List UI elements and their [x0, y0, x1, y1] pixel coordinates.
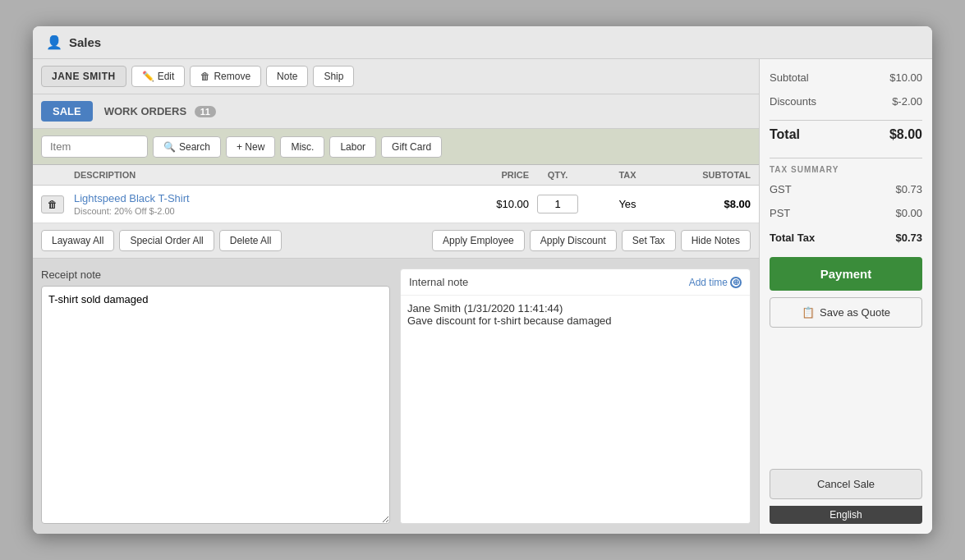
gst-row: GST $0.73: [770, 181, 922, 198]
item-name-link[interactable]: Lightspeed Black T-Shirt: [74, 192, 190, 204]
internal-note-header: Internal note Add time ⊕: [401, 269, 750, 296]
title-bar: 👤 Sales: [33, 26, 932, 59]
labor-button[interactable]: Labor: [329, 136, 376, 158]
gst-label: GST: [770, 183, 792, 195]
apply-discount-button[interactable]: Apply Discount: [530, 230, 617, 251]
total-tax-value: $0.73: [895, 232, 922, 244]
pencil-icon: ✏️: [142, 71, 154, 82]
save-as-quote-button[interactable]: 📋 Save as Quote: [770, 297, 922, 328]
col-action: [41, 170, 74, 180]
tabs-bar: SALE WORK ORDERS 11: [33, 94, 759, 129]
apply-employee-button[interactable]: Apply Employee: [432, 230, 525, 251]
row-subtotal-cell: $8.00: [669, 198, 751, 210]
discounts-value: $-2.00: [892, 95, 922, 108]
trash-icon: 🗑: [200, 71, 210, 82]
tab-sale[interactable]: SALE: [41, 101, 93, 122]
sales-icon: 👤: [46, 34, 62, 50]
item-input[interactable]: [41, 135, 148, 158]
subtotal-value: $10.00: [889, 71, 922, 84]
row-price-cell: $10.00: [447, 198, 529, 210]
internal-note-label: Internal note: [409, 276, 468, 288]
special-order-all-button[interactable]: Special Order All: [119, 230, 214, 251]
clock-icon: ⊕: [730, 277, 742, 288]
row-qty-cell: [529, 195, 586, 213]
toolbar: JANE SMITH ✏️ Edit 🗑 Remove Note Ship: [33, 59, 759, 94]
subtotal-label: Subtotal: [770, 71, 809, 84]
action-bar: Layaway All Special Order All Delete All…: [33, 223, 759, 259]
row-description-cell: Lightspeed Black T-Shirt Discount: 20% O…: [74, 192, 447, 216]
total-value: $8.00: [889, 127, 922, 142]
discounts-label: Discounts: [770, 95, 816, 108]
new-button[interactable]: + New: [226, 136, 275, 158]
item-bar: 🔍 Search + New Misc. Labor Gift Card: [33, 129, 759, 165]
payment-button[interactable]: Payment: [770, 257, 922, 291]
left-panel: JANE SMITH ✏️ Edit 🗑 Remove Note Ship SA…: [33, 59, 760, 534]
add-time-button[interactable]: Add time ⊕: [689, 277, 742, 288]
tab-work-orders[interactable]: WORK ORDERS 11: [93, 101, 227, 122]
work-orders-badge: 11: [195, 106, 216, 117]
set-tax-button[interactable]: Set Tax: [622, 230, 676, 251]
row-delete-cell: 🗑: [41, 195, 74, 213]
gst-value: $0.73: [895, 183, 922, 195]
col-price: PRICE: [447, 170, 529, 180]
pst-row: PST $0.00: [770, 204, 922, 222]
misc-button[interactable]: Misc.: [280, 136, 324, 158]
quote-icon: 📋: [802, 306, 815, 319]
hide-notes-button[interactable]: Hide Notes: [681, 230, 751, 251]
edit-button[interactable]: ✏️ Edit: [131, 66, 186, 87]
receipt-note-textarea[interactable]: T-shirt sold damaged: [41, 286, 390, 524]
total-label: Total: [770, 127, 800, 142]
notes-area: Receipt note T-shirt sold damaged Intern…: [33, 259, 759, 534]
receipt-note-label: Receipt note: [41, 269, 390, 281]
sales-window: 👤 Sales JANE SMITH ✏️ Edit 🗑 Remove Note…: [33, 26, 932, 534]
item-discount: Discount: 20% Off $-2.00: [74, 206, 447, 216]
pst-label: PST: [770, 207, 790, 219]
search-button[interactable]: 🔍 Search: [153, 136, 221, 158]
main-area: JANE SMITH ✏️ Edit 🗑 Remove Note Ship SA…: [33, 59, 932, 534]
discounts-row: Discounts $-2.00: [770, 93, 922, 110]
remove-button[interactable]: 🗑 Remove: [190, 66, 261, 87]
tax-summary-label: TAX SUMMARY: [770, 158, 922, 174]
internal-note-box: Internal note Add time ⊕ Jane Smith (1/3…: [400, 269, 751, 524]
table-header: DESCRIPTION PRICE QTY. TAX SUBTOTAL: [33, 165, 759, 186]
delete-all-button[interactable]: Delete All: [219, 230, 283, 251]
search-icon: 🔍: [163, 141, 176, 153]
table-row: 🗑 Lightspeed Black T-Shirt Discount: 20%…: [33, 186, 759, 223]
total-row: Total $8.00: [770, 120, 922, 145]
delete-item-button[interactable]: 🗑: [41, 195, 64, 213]
customer-name-button[interactable]: JANE SMITH: [41, 66, 126, 87]
receipt-note-box: Receipt note T-shirt sold damaged: [41, 269, 390, 524]
qty-input[interactable]: [537, 195, 578, 213]
note-button[interactable]: Note: [266, 66, 308, 87]
col-tax: TAX: [586, 170, 669, 180]
cancel-sale-button[interactable]: Cancel Sale: [770, 469, 922, 499]
language-bar[interactable]: English: [770, 506, 922, 524]
col-subtotal: SUBTOTAL: [669, 170, 751, 180]
col-qty: QTY.: [529, 170, 586, 180]
row-tax-cell: Yes: [586, 198, 669, 210]
col-description: DESCRIPTION: [74, 170, 447, 180]
layaway-all-button[interactable]: Layaway All: [41, 230, 114, 251]
right-panel: Subtotal $10.00 Discounts $-2.00 Total $…: [760, 59, 932, 534]
ship-button[interactable]: Ship: [313, 66, 354, 87]
total-tax-label: Total Tax: [770, 232, 815, 244]
pst-value: $0.00: [895, 207, 922, 219]
subtotal-row: Subtotal $10.00: [770, 69, 922, 86]
gift-card-button[interactable]: Gift Card: [381, 136, 442, 158]
internal-note-textarea[interactable]: Jane Smith (1/31/2020 11:41:44) Gave dis…: [401, 296, 750, 523]
total-tax-row: Total Tax $0.73: [770, 232, 922, 244]
window-title: Sales: [69, 35, 101, 49]
